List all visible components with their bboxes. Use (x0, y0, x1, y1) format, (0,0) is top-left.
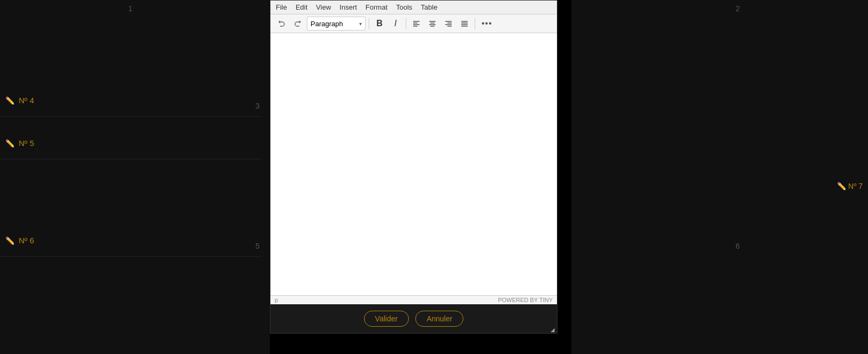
italic-icon: I (394, 19, 397, 28)
list-item-4[interactable]: ✏️ Nº 4 (0, 84, 262, 117)
list-item-5[interactable]: ✏️ Nº 5 (0, 127, 262, 159)
menu-tools[interactable]: Tools (396, 3, 412, 11)
editor-modal: File Edit View Insert Format Tools Table… (270, 0, 557, 334)
editor-content-area[interactable] (270, 33, 557, 295)
italic-button[interactable]: I (389, 17, 402, 30)
pencil-icon-6: ✏️ (5, 236, 14, 245)
left-panel-bg (0, 0, 270, 354)
align-justify-button[interactable] (458, 17, 471, 30)
corner-number-2: 2 (735, 4, 740, 13)
valider-button[interactable]: Valider (364, 311, 409, 327)
list-item-5-label: Nº 5 (19, 138, 34, 148)
menu-edit[interactable]: Edit (296, 3, 307, 11)
menu-view[interactable]: View (316, 3, 331, 11)
redo-button[interactable] (291, 17, 305, 30)
undo-button[interactable] (275, 17, 289, 30)
more-icon: ••• (482, 19, 492, 28)
pencil-icon-5: ✏️ (5, 139, 14, 148)
list-item-6[interactable]: ✏️ Nº 6 (0, 225, 262, 257)
bold-icon: B (376, 19, 383, 28)
paragraph-arrow: ▾ (359, 21, 362, 27)
align-right-button[interactable] (441, 17, 455, 30)
editor-statusbar: p POWERED BY TINY ◢ (270, 295, 557, 304)
editor-action-buttons: Valider Annuler (270, 304, 557, 333)
corner-number-6: 6 (735, 242, 740, 250)
corner-number-1: 1 (128, 4, 133, 13)
align-left-button[interactable] (409, 17, 423, 30)
menu-insert[interactable]: Insert (339, 3, 357, 11)
editor-menubar: File Edit View Insert Format Tools Table (270, 1, 557, 14)
pencil-icon-7: ✏️ (837, 182, 846, 190)
paragraph-select[interactable]: Paragraph ▾ (307, 17, 366, 30)
align-center-button[interactable] (425, 17, 439, 30)
toolbar-divider-2 (406, 18, 406, 29)
pencil-icon-4: ✏️ (5, 96, 14, 105)
right-item-7[interactable]: ✏️ Nº 7 (837, 182, 863, 190)
right-panel-bg (571, 0, 868, 354)
powered-by: POWERED BY TINY (498, 297, 553, 303)
more-options-button[interactable]: ••• (478, 17, 495, 30)
menu-file[interactable]: File (276, 3, 287, 11)
status-path: p (275, 297, 278, 303)
toolbar-divider-1 (369, 18, 369, 29)
paragraph-label: Paragraph (311, 20, 343, 28)
list-item-4-label: Nº 4 (19, 96, 34, 105)
menu-format[interactable]: Format (366, 3, 387, 11)
right-item-7-label: Nº 7 (848, 182, 863, 190)
toolbar-divider-3 (475, 18, 475, 29)
list-item-6-label: Nº 6 (19, 236, 34, 245)
annuler-button[interactable]: Annuler (415, 311, 463, 327)
editor-toolbar: Paragraph ▾ B I (270, 14, 557, 33)
bold-button[interactable]: B (373, 17, 386, 30)
menu-table[interactable]: Table (421, 3, 437, 11)
resize-handle[interactable]: ◢ (551, 327, 556, 332)
